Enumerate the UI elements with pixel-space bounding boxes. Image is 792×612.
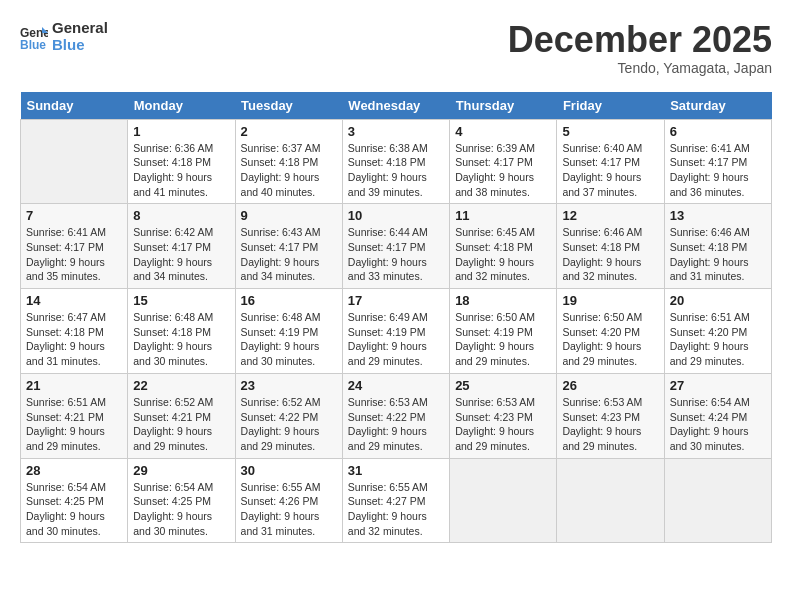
day-info: Sunrise: 6:54 AMSunset: 4:24 PMDaylight:…: [670, 395, 766, 454]
calendar-table: SundayMondayTuesdayWednesdayThursdayFrid…: [20, 92, 772, 544]
calendar-cell: 9Sunrise: 6:43 AMSunset: 4:17 PMDaylight…: [235, 204, 342, 289]
day-info: Sunrise: 6:53 AMSunset: 4:22 PMDaylight:…: [348, 395, 444, 454]
day-info: Sunrise: 6:53 AMSunset: 4:23 PMDaylight:…: [562, 395, 658, 454]
day-info: Sunrise: 6:54 AMSunset: 4:25 PMDaylight:…: [26, 480, 122, 539]
day-number: 4: [455, 124, 551, 139]
calendar-cell: 25Sunrise: 6:53 AMSunset: 4:23 PMDayligh…: [450, 373, 557, 458]
calendar-cell: 29Sunrise: 6:54 AMSunset: 4:25 PMDayligh…: [128, 458, 235, 543]
weekday-header: Wednesday: [342, 92, 449, 120]
calendar-cell: 8Sunrise: 6:42 AMSunset: 4:17 PMDaylight…: [128, 204, 235, 289]
day-number: 6: [670, 124, 766, 139]
day-number: 1: [133, 124, 229, 139]
day-info: Sunrise: 6:45 AMSunset: 4:18 PMDaylight:…: [455, 225, 551, 284]
day-number: 31: [348, 463, 444, 478]
calendar-cell: 12Sunrise: 6:46 AMSunset: 4:18 PMDayligh…: [557, 204, 664, 289]
day-number: 29: [133, 463, 229, 478]
calendar-cell: 2Sunrise: 6:37 AMSunset: 4:18 PMDaylight…: [235, 119, 342, 204]
day-number: 10: [348, 208, 444, 223]
calendar-week-row: 28Sunrise: 6:54 AMSunset: 4:25 PMDayligh…: [21, 458, 772, 543]
calendar-cell: 21Sunrise: 6:51 AMSunset: 4:21 PMDayligh…: [21, 373, 128, 458]
calendar-cell: 10Sunrise: 6:44 AMSunset: 4:17 PMDayligh…: [342, 204, 449, 289]
day-info: Sunrise: 6:55 AMSunset: 4:27 PMDaylight:…: [348, 480, 444, 539]
calendar-cell: 1Sunrise: 6:36 AMSunset: 4:18 PMDaylight…: [128, 119, 235, 204]
calendar-cell: 22Sunrise: 6:52 AMSunset: 4:21 PMDayligh…: [128, 373, 235, 458]
calendar-cell: [450, 458, 557, 543]
day-number: 17: [348, 293, 444, 308]
calendar-cell: 27Sunrise: 6:54 AMSunset: 4:24 PMDayligh…: [664, 373, 771, 458]
day-info: Sunrise: 6:52 AMSunset: 4:21 PMDaylight:…: [133, 395, 229, 454]
day-number: 18: [455, 293, 551, 308]
day-info: Sunrise: 6:42 AMSunset: 4:17 PMDaylight:…: [133, 225, 229, 284]
day-number: 24: [348, 378, 444, 393]
location-subtitle: Tendo, Yamagata, Japan: [508, 60, 772, 76]
weekday-header: Thursday: [450, 92, 557, 120]
calendar-cell: [21, 119, 128, 204]
day-number: 22: [133, 378, 229, 393]
calendar-cell: 31Sunrise: 6:55 AMSunset: 4:27 PMDayligh…: [342, 458, 449, 543]
calendar-cell: 15Sunrise: 6:48 AMSunset: 4:18 PMDayligh…: [128, 289, 235, 374]
calendar-cell: 30Sunrise: 6:55 AMSunset: 4:26 PMDayligh…: [235, 458, 342, 543]
calendar-cell: 13Sunrise: 6:46 AMSunset: 4:18 PMDayligh…: [664, 204, 771, 289]
day-number: 27: [670, 378, 766, 393]
day-number: 26: [562, 378, 658, 393]
logo-icon: General Blue: [20, 23, 48, 51]
calendar-cell: 23Sunrise: 6:52 AMSunset: 4:22 PMDayligh…: [235, 373, 342, 458]
day-number: 7: [26, 208, 122, 223]
svg-text:Blue: Blue: [20, 38, 46, 51]
day-number: 8: [133, 208, 229, 223]
calendar-header-row: SundayMondayTuesdayWednesdayThursdayFrid…: [21, 92, 772, 120]
day-number: 21: [26, 378, 122, 393]
day-number: 5: [562, 124, 658, 139]
day-info: Sunrise: 6:50 AMSunset: 4:20 PMDaylight:…: [562, 310, 658, 369]
calendar-week-row: 7Sunrise: 6:41 AMSunset: 4:17 PMDaylight…: [21, 204, 772, 289]
day-number: 3: [348, 124, 444, 139]
weekday-header: Monday: [128, 92, 235, 120]
day-number: 2: [241, 124, 337, 139]
day-info: Sunrise: 6:52 AMSunset: 4:22 PMDaylight:…: [241, 395, 337, 454]
day-info: Sunrise: 6:43 AMSunset: 4:17 PMDaylight:…: [241, 225, 337, 284]
logo: General Blue General Blue: [20, 20, 108, 53]
day-number: 19: [562, 293, 658, 308]
calendar-cell: 11Sunrise: 6:45 AMSunset: 4:18 PMDayligh…: [450, 204, 557, 289]
day-info: Sunrise: 6:44 AMSunset: 4:17 PMDaylight:…: [348, 225, 444, 284]
day-info: Sunrise: 6:49 AMSunset: 4:19 PMDaylight:…: [348, 310, 444, 369]
day-number: 23: [241, 378, 337, 393]
calendar-cell: 14Sunrise: 6:47 AMSunset: 4:18 PMDayligh…: [21, 289, 128, 374]
calendar-cell: 20Sunrise: 6:51 AMSunset: 4:20 PMDayligh…: [664, 289, 771, 374]
day-number: 15: [133, 293, 229, 308]
day-number: 12: [562, 208, 658, 223]
calendar-week-row: 14Sunrise: 6:47 AMSunset: 4:18 PMDayligh…: [21, 289, 772, 374]
day-number: 16: [241, 293, 337, 308]
calendar-cell: 4Sunrise: 6:39 AMSunset: 4:17 PMDaylight…: [450, 119, 557, 204]
page-header: General Blue General Blue December 2025 …: [20, 20, 772, 76]
day-number: 25: [455, 378, 551, 393]
day-number: 30: [241, 463, 337, 478]
month-title: December 2025: [508, 20, 772, 60]
weekday-header: Friday: [557, 92, 664, 120]
calendar-cell: [664, 458, 771, 543]
day-info: Sunrise: 6:41 AMSunset: 4:17 PMDaylight:…: [26, 225, 122, 284]
day-info: Sunrise: 6:37 AMSunset: 4:18 PMDaylight:…: [241, 141, 337, 200]
day-info: Sunrise: 6:40 AMSunset: 4:17 PMDaylight:…: [562, 141, 658, 200]
day-number: 11: [455, 208, 551, 223]
calendar-week-row: 21Sunrise: 6:51 AMSunset: 4:21 PMDayligh…: [21, 373, 772, 458]
day-info: Sunrise: 6:54 AMSunset: 4:25 PMDaylight:…: [133, 480, 229, 539]
day-number: 13: [670, 208, 766, 223]
calendar-cell: 19Sunrise: 6:50 AMSunset: 4:20 PMDayligh…: [557, 289, 664, 374]
day-info: Sunrise: 6:48 AMSunset: 4:19 PMDaylight:…: [241, 310, 337, 369]
calendar-cell: 17Sunrise: 6:49 AMSunset: 4:19 PMDayligh…: [342, 289, 449, 374]
day-info: Sunrise: 6:41 AMSunset: 4:17 PMDaylight:…: [670, 141, 766, 200]
calendar-cell: 28Sunrise: 6:54 AMSunset: 4:25 PMDayligh…: [21, 458, 128, 543]
day-number: 20: [670, 293, 766, 308]
day-number: 9: [241, 208, 337, 223]
calendar-cell: 3Sunrise: 6:38 AMSunset: 4:18 PMDaylight…: [342, 119, 449, 204]
logo-line2: Blue: [52, 37, 108, 54]
day-info: Sunrise: 6:47 AMSunset: 4:18 PMDaylight:…: [26, 310, 122, 369]
calendar-cell: 6Sunrise: 6:41 AMSunset: 4:17 PMDaylight…: [664, 119, 771, 204]
day-info: Sunrise: 6:36 AMSunset: 4:18 PMDaylight:…: [133, 141, 229, 200]
calendar-cell: [557, 458, 664, 543]
weekday-header: Saturday: [664, 92, 771, 120]
day-info: Sunrise: 6:38 AMSunset: 4:18 PMDaylight:…: [348, 141, 444, 200]
day-info: Sunrise: 6:53 AMSunset: 4:23 PMDaylight:…: [455, 395, 551, 454]
day-number: 28: [26, 463, 122, 478]
